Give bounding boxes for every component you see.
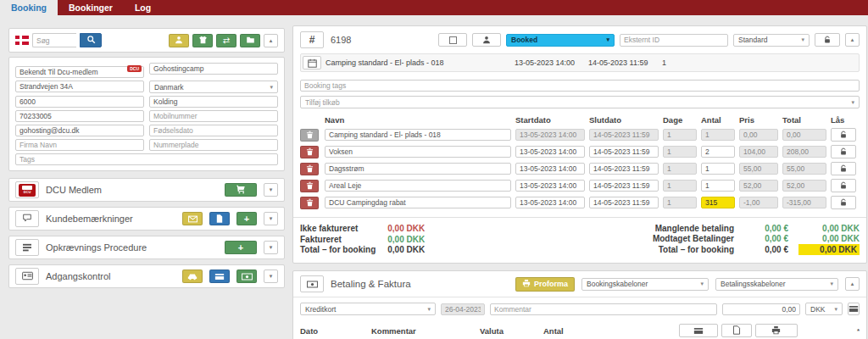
expand-procedure-button[interactable]: ▾ — [264, 241, 278, 254]
invoice-label: Total – for booking — [300, 245, 376, 255]
lock-row-button[interactable] — [831, 162, 856, 175]
payment-amount-input[interactable] — [722, 303, 800, 315]
row-name-input[interactable] — [325, 129, 511, 141]
booking-templates-select[interactable]: Bookingskabeloner ▾ — [581, 278, 709, 291]
lock-row-button[interactable] — [831, 145, 856, 158]
expand-dcu-button[interactable]: ▾ — [264, 183, 278, 197]
add-procedure-button[interactable]: + — [225, 241, 257, 254]
delete-row-button[interactable] — [300, 146, 319, 158]
envelope-icon — [188, 213, 198, 225]
customer-tags-input[interactable] — [15, 153, 278, 165]
row-end-input[interactable] — [589, 163, 659, 175]
vehicle-access-button[interactable] — [182, 270, 203, 283]
lock-row-button[interactable] — [831, 179, 856, 192]
section-collection-label: Opkrævnings Procedure — [46, 242, 218, 253]
dcu-cart-button[interactable] — [225, 183, 257, 197]
row-name-input[interactable] — [325, 197, 511, 208]
customer-folder-button[interactable] — [240, 34, 260, 47]
add-note-button[interactable]: + — [236, 212, 257, 225]
delete-row-button[interactable] — [300, 163, 319, 175]
row-name-input[interactable] — [325, 163, 511, 175]
booking-tags-input[interactable] — [300, 80, 860, 92]
unlock-booking-button[interactable] — [815, 33, 840, 47]
row-start-input[interactable] — [515, 180, 585, 192]
birthdate-input[interactable] — [149, 125, 278, 136]
addon-select[interactable]: Tilføj tilkøb ▾ — [300, 96, 860, 108]
expand-notes-button[interactable]: ▾ — [264, 212, 278, 225]
plate-input[interactable] — [149, 139, 278, 151]
access-pass-button[interactable] — [236, 270, 257, 283]
known-to-input[interactable] — [15, 66, 144, 78]
customer-name-input[interactable] — [149, 63, 278, 75]
template-select[interactable]: Standard ▾ — [733, 34, 810, 47]
payment-method-select[interactable]: Kreditkort ▾ — [300, 303, 436, 315]
row-price-input — [739, 163, 778, 175]
section-kundebemaerkninger: Kundebemærkninger + ▾ — [8, 207, 285, 231]
send-email-button[interactable] — [182, 212, 203, 225]
pay-by-card-button[interactable] — [679, 324, 718, 337]
search-button[interactable] — [80, 33, 102, 47]
row-qty-input[interactable] — [701, 197, 735, 208]
lock-row-button[interactable] — [831, 196, 856, 209]
invoice-value: 0,00 DKK — [387, 235, 425, 245]
invoice-document-button[interactable] — [721, 324, 752, 337]
row-end-input[interactable] — [589, 180, 659, 192]
booking-header: # 6198 Booked ▾ Standard ▾ ▴ — [293, 26, 866, 48]
assign-guest-button[interactable] — [472, 33, 501, 47]
payment-total-eur: 0,00 € — [744, 224, 788, 233]
country-select[interactable]: Danmark ▾ — [149, 81, 278, 93]
tab-booking[interactable]: Booking — [0, 0, 58, 15]
row-end-input[interactable] — [589, 197, 659, 208]
tab-log[interactable]: Log — [124, 0, 162, 15]
row-end-input — [589, 129, 659, 141]
row-qty-input[interactable] — [701, 146, 735, 158]
lock-row-button[interactable] — [831, 128, 856, 142]
view-notes-button[interactable] — [209, 212, 230, 225]
customer-clothing-button[interactable] — [192, 34, 213, 47]
collapse-booking-button[interactable]: ▴ — [845, 33, 860, 47]
delete-row-button[interactable] — [300, 197, 319, 209]
select-booking-button[interactable] — [438, 33, 467, 47]
trash-icon — [306, 197, 314, 209]
status-select[interactable]: Booked ▾ — [506, 34, 615, 47]
collapse-payment-button[interactable]: ▴ — [845, 277, 860, 291]
delete-row-button[interactable] — [300, 180, 319, 192]
address-input[interactable] — [15, 81, 144, 92]
unlock-icon — [839, 197, 848, 209]
external-id-input[interactable] — [620, 34, 728, 47]
row-total-input — [782, 197, 826, 208]
plus-icon: + — [244, 214, 249, 224]
customer-account-button[interactable] — [169, 34, 189, 47]
proforma-button[interactable]: Proforma — [515, 277, 575, 292]
delete-row-button[interactable] — [300, 129, 319, 142]
city-input[interactable] — [149, 96, 278, 108]
chevron-down-icon: ▾ — [801, 36, 804, 43]
row-name-input[interactable] — [325, 146, 511, 158]
phone-input[interactable] — [15, 110, 144, 122]
payment-comment-input[interactable] — [490, 303, 717, 315]
print-button[interactable] — [755, 324, 798, 337]
expand-access-button[interactable]: ▾ — [264, 270, 278, 283]
collapse-customer-button[interactable]: ▴ — [264, 34, 278, 47]
zip-input[interactable] — [15, 96, 144, 108]
row-name-input[interactable] — [325, 180, 511, 192]
row-start-input[interactable] — [515, 146, 585, 158]
currency-select[interactable]: DKK ▾ — [805, 303, 843, 315]
row-qty-input[interactable] — [701, 180, 735, 192]
row-start-input[interactable] — [515, 197, 585, 208]
payment-date-input — [441, 303, 485, 315]
row-qty-input[interactable] — [701, 163, 735, 175]
row-start-input[interactable] — [515, 163, 585, 175]
tab-bookinger[interactable]: Bookinger — [58, 0, 124, 15]
plus-icon: + — [238, 243, 243, 253]
company-input[interactable] — [15, 139, 144, 151]
customer-transfer-button[interactable]: ⇄ — [216, 34, 236, 47]
charge-card-button[interactable] — [848, 303, 860, 315]
email-input[interactable] — [15, 125, 144, 136]
mobile-input[interactable] — [149, 110, 278, 122]
payment-templates-select[interactable]: Betalingsskabeloner ▾ — [715, 278, 838, 291]
calendar-icon — [303, 56, 321, 69]
row-end-input[interactable] — [589, 146, 659, 158]
customer-search-input[interactable] — [32, 33, 76, 47]
access-card-button[interactable] — [209, 270, 230, 283]
